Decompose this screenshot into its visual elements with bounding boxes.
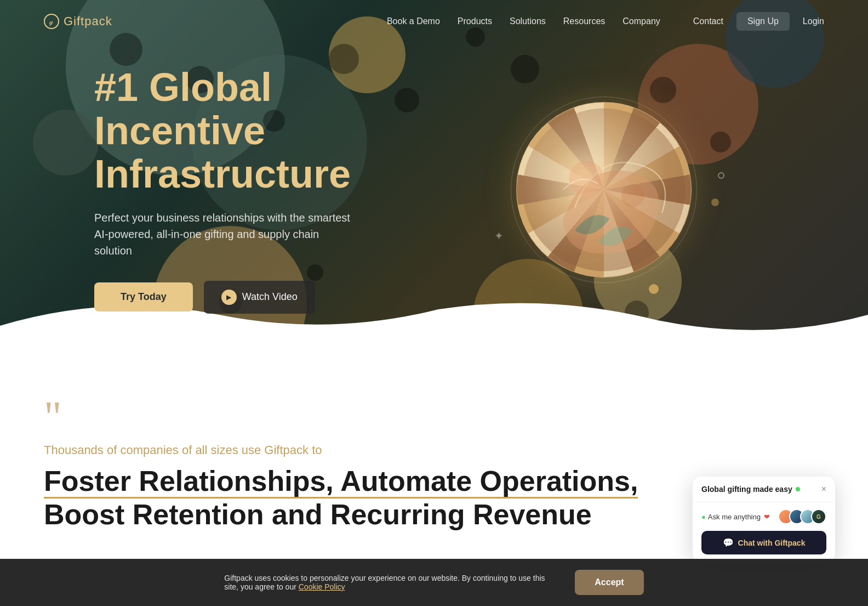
small-deco: ✦ <box>494 229 504 242</box>
chat-header: Global gifting made easy × <box>693 477 835 502</box>
nav-book-demo[interactable]: Book a Demo <box>387 16 440 26</box>
logo-icon: ℊ <box>44 14 59 29</box>
boost-text: Boost Retention and Recurring Revenue <box>44 499 592 530</box>
chat-button[interactable]: 💬 Chat with Giftpack <box>701 531 826 554</box>
chat-bubble-icon: 💬 <box>723 537 734 548</box>
chat-button-label: Chat with Giftpack <box>738 539 806 547</box>
chat-body: ● Ask me anything ❤ G <box>693 502 835 531</box>
nav-login[interactable]: Login <box>803 16 824 26</box>
nav-resources[interactable]: Resources <box>563 16 605 26</box>
svg-point-1 <box>569 161 604 196</box>
chat-title: Global gifting made easy <box>701 485 800 494</box>
try-today-button[interactable]: Try Today <box>94 282 193 312</box>
logo-text: Giftpack <box>64 14 112 29</box>
small-circle-1 <box>718 172 724 179</box>
nav-right: Contact Sign Up Login <box>693 12 824 31</box>
logo[interactable]: ℊ Giftpack <box>44 14 112 29</box>
hero-content: #1 Global Incentive Infrastructure Perfe… <box>50 66 818 314</box>
hero-visual: ✦ <box>434 102 774 277</box>
companies-text: Thousands of companies of all sizes use … <box>44 443 824 457</box>
nav-signup[interactable]: Sign Up <box>736 12 790 31</box>
watch-video-label: Watch Video <box>242 291 298 303</box>
hero-title: #1 Global Incentive Infrastructure <box>94 66 434 196</box>
play-icon: ▶ <box>221 290 237 305</box>
orb-art <box>517 103 691 277</box>
nav-contact[interactable]: Contact <box>693 16 723 26</box>
chat-widget: Global gifting made easy × ● Ask me anyt… <box>693 477 835 562</box>
hero-buttons: Try Today ▶ Watch Video <box>94 281 434 314</box>
hero-subtitle: Perfect your business relationships with… <box>94 209 357 259</box>
opening-quote: " <box>44 401 824 432</box>
nav-company[interactable]: Company <box>623 16 660 26</box>
dot-indicator <box>649 284 659 294</box>
hero-text: #1 Global Incentive Infrastructure Perfe… <box>94 66 434 314</box>
cookie-banner: Giftpack uses cookies to personalize you… <box>0 559 868 564</box>
navigation: ℊ Giftpack Book a Demo Products Solution… <box>0 0 868 43</box>
small-circle-2 <box>711 199 719 206</box>
avatar-4: G <box>811 509 826 524</box>
foster-text: Foster Relationships, Automate Operation… <box>44 465 638 499</box>
nav-solutions[interactable]: Solutions <box>510 16 546 26</box>
chat-ask: ● Ask me anything ❤ <box>701 513 770 521</box>
nav-links: Book a Demo Products Solutions Resources… <box>387 16 660 26</box>
chat-avatars: G <box>778 509 826 524</box>
chat-close-button[interactable]: × <box>821 484 826 494</box>
watch-video-button[interactable]: ▶ Watch Video <box>204 281 315 314</box>
status-dot <box>796 487 800 491</box>
chat-title-text: Global gifting made easy <box>701 485 792 494</box>
hero-orb-container: ✦ <box>516 102 692 277</box>
nav-products[interactable]: Products <box>458 16 492 26</box>
hero-section: #1 Global Incentive Infrastructure Perfe… <box>0 0 868 358</box>
hero-orb <box>516 102 692 277</box>
svg-point-2 <box>621 184 644 207</box>
